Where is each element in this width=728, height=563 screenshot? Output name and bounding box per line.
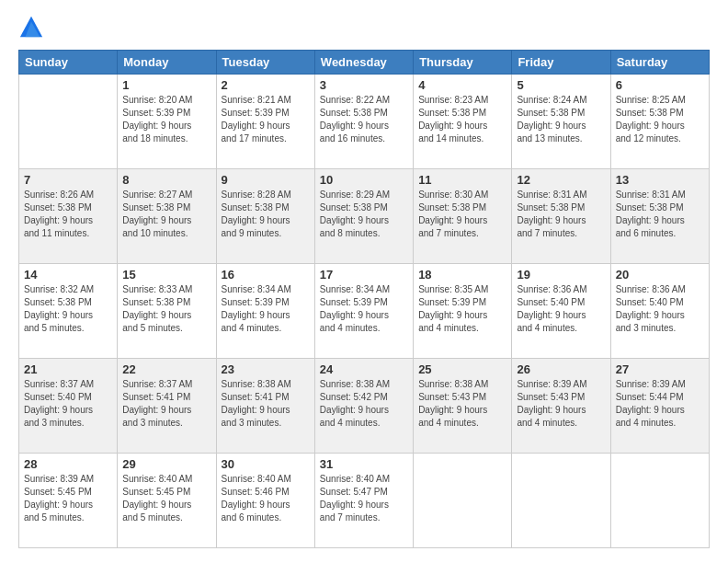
weekday-header-sunday: Sunday bbox=[19, 51, 118, 75]
day-info: Sunrise: 8:38 AM Sunset: 5:43 PM Dayligh… bbox=[418, 378, 506, 430]
calendar-cell bbox=[512, 454, 610, 548]
calendar-cell: 5Sunrise: 8:24 AM Sunset: 5:38 PM Daylig… bbox=[512, 75, 610, 169]
day-number: 24 bbox=[320, 362, 408, 376]
calendar-cell: 9Sunrise: 8:28 AM Sunset: 5:38 PM Daylig… bbox=[216, 169, 314, 264]
day-info: Sunrise: 8:35 AM Sunset: 5:39 PM Dayligh… bbox=[418, 283, 506, 335]
day-info: Sunrise: 8:32 AM Sunset: 5:38 PM Dayligh… bbox=[24, 283, 112, 335]
day-info: Sunrise: 8:38 AM Sunset: 5:42 PM Dayligh… bbox=[320, 378, 408, 430]
day-info: Sunrise: 8:31 AM Sunset: 5:38 PM Dayligh… bbox=[517, 189, 605, 240]
calendar-cell bbox=[610, 454, 709, 548]
day-info: Sunrise: 8:31 AM Sunset: 5:38 PM Dayligh… bbox=[616, 189, 704, 240]
day-number: 27 bbox=[616, 362, 704, 376]
day-info: Sunrise: 8:27 AM Sunset: 5:38 PM Dayligh… bbox=[122, 189, 210, 240]
day-number: 23 bbox=[222, 362, 310, 376]
calendar-cell: 15Sunrise: 8:33 AM Sunset: 5:38 PM Dayli… bbox=[118, 264, 216, 359]
calendar-week-row: 14Sunrise: 8:32 AM Sunset: 5:38 PM Dayli… bbox=[19, 264, 710, 359]
calendar-cell: 10Sunrise: 8:29 AM Sunset: 5:38 PM Dayli… bbox=[314, 169, 413, 264]
day-number: 28 bbox=[24, 457, 112, 471]
day-number: 14 bbox=[24, 268, 112, 282]
logo-icon bbox=[18, 15, 44, 40]
day-info: Sunrise: 8:40 AM Sunset: 5:46 PM Dayligh… bbox=[222, 473, 310, 524]
day-number: 2 bbox=[222, 78, 310, 92]
calendar-cell: 3Sunrise: 8:22 AM Sunset: 5:38 PM Daylig… bbox=[314, 75, 413, 169]
calendar-week-row: 1Sunrise: 8:20 AM Sunset: 5:39 PM Daylig… bbox=[19, 75, 710, 169]
day-info: Sunrise: 8:20 AM Sunset: 5:39 PM Dayligh… bbox=[122, 94, 210, 145]
day-number: 8 bbox=[122, 173, 210, 187]
calendar-cell: 28Sunrise: 8:39 AM Sunset: 5:45 PM Dayli… bbox=[19, 454, 118, 548]
day-number: 22 bbox=[122, 362, 210, 376]
day-number: 19 bbox=[517, 268, 605, 282]
calendar-cell: 6Sunrise: 8:25 AM Sunset: 5:38 PM Daylig… bbox=[610, 75, 709, 169]
calendar-cell: 23Sunrise: 8:38 AM Sunset: 5:41 PM Dayli… bbox=[216, 359, 314, 454]
calendar-cell: 27Sunrise: 8:39 AM Sunset: 5:44 PM Dayli… bbox=[610, 359, 709, 454]
calendar-cell: 21Sunrise: 8:37 AM Sunset: 5:40 PM Dayli… bbox=[19, 359, 118, 454]
day-number: 9 bbox=[222, 173, 310, 187]
day-number: 20 bbox=[616, 268, 704, 282]
calendar-cell: 2Sunrise: 8:21 AM Sunset: 5:39 PM Daylig… bbox=[216, 75, 314, 169]
calendar-cell: 7Sunrise: 8:26 AM Sunset: 5:38 PM Daylig… bbox=[19, 169, 118, 264]
weekday-header-thursday: Thursday bbox=[414, 51, 512, 75]
day-info: Sunrise: 8:40 AM Sunset: 5:45 PM Dayligh… bbox=[122, 473, 210, 524]
day-number: 21 bbox=[24, 362, 112, 376]
day-number: 1 bbox=[122, 78, 210, 92]
header bbox=[18, 15, 710, 40]
day-info: Sunrise: 8:36 AM Sunset: 5:40 PM Dayligh… bbox=[616, 283, 704, 335]
day-number: 7 bbox=[24, 173, 112, 187]
calendar-cell: 13Sunrise: 8:31 AM Sunset: 5:38 PM Dayli… bbox=[610, 169, 709, 264]
day-info: Sunrise: 8:22 AM Sunset: 5:38 PM Dayligh… bbox=[320, 94, 408, 145]
calendar-cell: 19Sunrise: 8:36 AM Sunset: 5:40 PM Dayli… bbox=[512, 264, 610, 359]
day-info: Sunrise: 8:33 AM Sunset: 5:38 PM Dayligh… bbox=[122, 283, 210, 335]
calendar-cell: 20Sunrise: 8:36 AM Sunset: 5:40 PM Dayli… bbox=[610, 264, 709, 359]
day-number: 31 bbox=[320, 457, 408, 471]
calendar-cell: 14Sunrise: 8:32 AM Sunset: 5:38 PM Dayli… bbox=[19, 264, 118, 359]
day-info: Sunrise: 8:21 AM Sunset: 5:39 PM Dayligh… bbox=[222, 94, 310, 145]
day-number: 15 bbox=[122, 268, 210, 282]
day-info: Sunrise: 8:25 AM Sunset: 5:38 PM Dayligh… bbox=[616, 94, 704, 145]
calendar-cell: 8Sunrise: 8:27 AM Sunset: 5:38 PM Daylig… bbox=[118, 169, 216, 264]
calendar-cell: 29Sunrise: 8:40 AM Sunset: 5:45 PM Dayli… bbox=[118, 454, 216, 548]
day-info: Sunrise: 8:39 AM Sunset: 5:43 PM Dayligh… bbox=[517, 378, 605, 430]
page: SundayMondayTuesdayWednesdayThursdayFrid… bbox=[0, 0, 728, 563]
day-number: 3 bbox=[320, 78, 408, 92]
calendar-cell: 22Sunrise: 8:37 AM Sunset: 5:41 PM Dayli… bbox=[118, 359, 216, 454]
logo bbox=[18, 15, 48, 40]
day-number: 11 bbox=[418, 173, 506, 187]
calendar-week-row: 28Sunrise: 8:39 AM Sunset: 5:45 PM Dayli… bbox=[19, 454, 710, 548]
weekday-header-wednesday: Wednesday bbox=[314, 51, 413, 75]
day-number: 29 bbox=[122, 457, 210, 471]
day-number: 4 bbox=[418, 78, 506, 92]
day-info: Sunrise: 8:29 AM Sunset: 5:38 PM Dayligh… bbox=[320, 189, 408, 240]
day-info: Sunrise: 8:37 AM Sunset: 5:41 PM Dayligh… bbox=[122, 378, 210, 430]
weekday-header-monday: Monday bbox=[118, 51, 216, 75]
day-info: Sunrise: 8:30 AM Sunset: 5:38 PM Dayligh… bbox=[418, 189, 506, 240]
calendar-cell: 30Sunrise: 8:40 AM Sunset: 5:46 PM Dayli… bbox=[216, 454, 314, 548]
calendar-cell: 4Sunrise: 8:23 AM Sunset: 5:38 PM Daylig… bbox=[414, 75, 512, 169]
calendar-cell: 1Sunrise: 8:20 AM Sunset: 5:39 PM Daylig… bbox=[118, 75, 216, 169]
day-info: Sunrise: 8:40 AM Sunset: 5:47 PM Dayligh… bbox=[320, 473, 408, 524]
day-info: Sunrise: 8:39 AM Sunset: 5:45 PM Dayligh… bbox=[24, 473, 112, 524]
calendar-cell: 17Sunrise: 8:34 AM Sunset: 5:39 PM Dayli… bbox=[314, 264, 413, 359]
calendar-cell: 11Sunrise: 8:30 AM Sunset: 5:38 PM Dayli… bbox=[414, 169, 512, 264]
calendar-week-row: 21Sunrise: 8:37 AM Sunset: 5:40 PM Dayli… bbox=[19, 359, 710, 454]
calendar-header-row: SundayMondayTuesdayWednesdayThursdayFrid… bbox=[19, 51, 710, 75]
day-info: Sunrise: 8:34 AM Sunset: 5:39 PM Dayligh… bbox=[320, 283, 408, 335]
day-info: Sunrise: 8:38 AM Sunset: 5:41 PM Dayligh… bbox=[222, 378, 310, 430]
weekday-header-friday: Friday bbox=[512, 51, 610, 75]
day-info: Sunrise: 8:37 AM Sunset: 5:40 PM Dayligh… bbox=[24, 378, 112, 430]
day-info: Sunrise: 8:26 AM Sunset: 5:38 PM Dayligh… bbox=[24, 189, 112, 240]
calendar-cell: 26Sunrise: 8:39 AM Sunset: 5:43 PM Dayli… bbox=[512, 359, 610, 454]
calendar-cell: 31Sunrise: 8:40 AM Sunset: 5:47 PM Dayli… bbox=[314, 454, 413, 548]
day-number: 30 bbox=[222, 457, 310, 471]
calendar-cell: 25Sunrise: 8:38 AM Sunset: 5:43 PM Dayli… bbox=[414, 359, 512, 454]
day-number: 6 bbox=[616, 78, 704, 92]
day-number: 26 bbox=[517, 362, 605, 376]
day-number: 5 bbox=[517, 78, 605, 92]
day-info: Sunrise: 8:34 AM Sunset: 5:39 PM Dayligh… bbox=[222, 283, 310, 335]
day-number: 17 bbox=[320, 268, 408, 282]
calendar-cell: 16Sunrise: 8:34 AM Sunset: 5:39 PM Dayli… bbox=[216, 264, 314, 359]
calendar-cell: 12Sunrise: 8:31 AM Sunset: 5:38 PM Dayli… bbox=[512, 169, 610, 264]
day-number: 13 bbox=[616, 173, 704, 187]
day-info: Sunrise: 8:24 AM Sunset: 5:38 PM Dayligh… bbox=[517, 94, 605, 145]
day-info: Sunrise: 8:28 AM Sunset: 5:38 PM Dayligh… bbox=[222, 189, 310, 240]
calendar-cell bbox=[414, 454, 512, 548]
